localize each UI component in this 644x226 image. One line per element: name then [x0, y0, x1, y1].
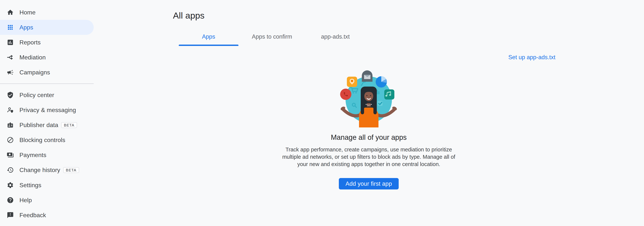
- sidebar-item-home[interactable]: Home: [0, 5, 94, 20]
- sidebar-item-label: Policy center: [20, 92, 54, 98]
- home-icon: [7, 9, 14, 16]
- empty-state: Manage all of your apps Track app perfor…: [274, 67, 463, 189]
- apps-illustration: [335, 67, 402, 128]
- privacy-person-icon: [7, 106, 14, 114]
- sidebar-item-publisher-data[interactable]: Publisher dataBETA: [0, 118, 94, 133]
- sidebar-item-help[interactable]: Help: [0, 193, 94, 208]
- blocking-icon: [7, 136, 14, 144]
- setup-app-ads-link[interactable]: Set up app-ads.txt: [508, 54, 555, 61]
- location-app-icon: [347, 77, 357, 87]
- publisher-badge-icon: [7, 122, 14, 129]
- sidebar-item-label: Apps: [20, 24, 33, 31]
- campaigns-megaphone-icon: [7, 69, 14, 76]
- policy-shield-icon: [7, 91, 14, 98]
- sidebar-item-settings[interactable]: Settings: [0, 178, 94, 193]
- sidebar-item-apps[interactable]: Apps: [0, 20, 94, 35]
- sidebar-item-feedback[interactable]: Feedback: [0, 208, 94, 223]
- mail-app-icon: [362, 70, 372, 82]
- sidebar-item-label: Feedback: [20, 212, 46, 219]
- tab-apps[interactable]: Apps: [177, 28, 240, 46]
- sidebar-item-campaigns[interactable]: Campaigns: [0, 65, 94, 80]
- sidebar-item-label: Payments: [20, 152, 46, 159]
- help-question-icon: [7, 197, 14, 204]
- phone-app-icon: [340, 89, 351, 100]
- sidebar-item-change-history[interactable]: Change historyBETA: [0, 162, 94, 177]
- sidebar-item-label: Blocking controls: [20, 137, 65, 144]
- sidebar-item-label: Home: [20, 9, 36, 16]
- payments-icon: [7, 151, 14, 159]
- page-title: All apps: [173, 10, 204, 21]
- sidebar-item-label: Settings: [20, 182, 41, 189]
- tab-app-ads-txt[interactable]: app-ads.txt: [304, 28, 367, 46]
- sidebar-divider: [0, 83, 94, 84]
- empty-state-heading: Manage all of your apps: [274, 134, 463, 142]
- sidebar-item-label: Mediation: [20, 54, 46, 61]
- history-clock-icon: [7, 166, 14, 174]
- empty-state-description: Track app performance, create campaigns,…: [274, 146, 463, 168]
- sidebar: Home Apps Reports Mediation Campaigns: [0, 0, 94, 226]
- mediation-split-icon: [7, 54, 14, 61]
- sidebar-item-payments[interactable]: Payments: [0, 148, 94, 162]
- sidebar-item-policy-center[interactable]: Policy center: [0, 87, 94, 102]
- sidebar-item-label: Privacy & messaging: [20, 107, 76, 114]
- sidebar-item-mediation[interactable]: Mediation: [0, 50, 94, 65]
- tab-bar: Apps Apps to confirm app-ads.txt: [177, 28, 367, 46]
- beta-badge: BETA: [63, 167, 79, 173]
- beta-badge: BETA: [61, 122, 77, 128]
- pie-chart-app-icon: [376, 76, 387, 87]
- feedback-bubble-icon: [7, 211, 14, 219]
- music-app-icon: [384, 89, 394, 99]
- sidebar-item-privacy-messaging[interactable]: Privacy & messaging: [0, 102, 94, 118]
- sidebar-item-blocking-controls[interactable]: Blocking controls: [0, 133, 94, 148]
- sidebar-item-label: Help: [20, 197, 32, 204]
- apps-grid-icon: [7, 24, 14, 31]
- sidebar-item-reports[interactable]: Reports: [0, 35, 94, 50]
- sidebar-item-label: Change historyBETA: [20, 167, 79, 174]
- settings-gear-icon: [7, 182, 14, 189]
- sidebar-item-label: Reports: [20, 39, 40, 46]
- reports-chart-icon: [7, 39, 14, 46]
- add-first-app-button[interactable]: Add your first app: [339, 178, 399, 189]
- tab-apps-to-confirm[interactable]: Apps to confirm: [240, 28, 304, 46]
- sidebar-item-label: Publisher dataBETA: [20, 122, 77, 129]
- sidebar-item-label: Campaigns: [20, 69, 50, 76]
- active-tab-underline: [179, 45, 238, 46]
